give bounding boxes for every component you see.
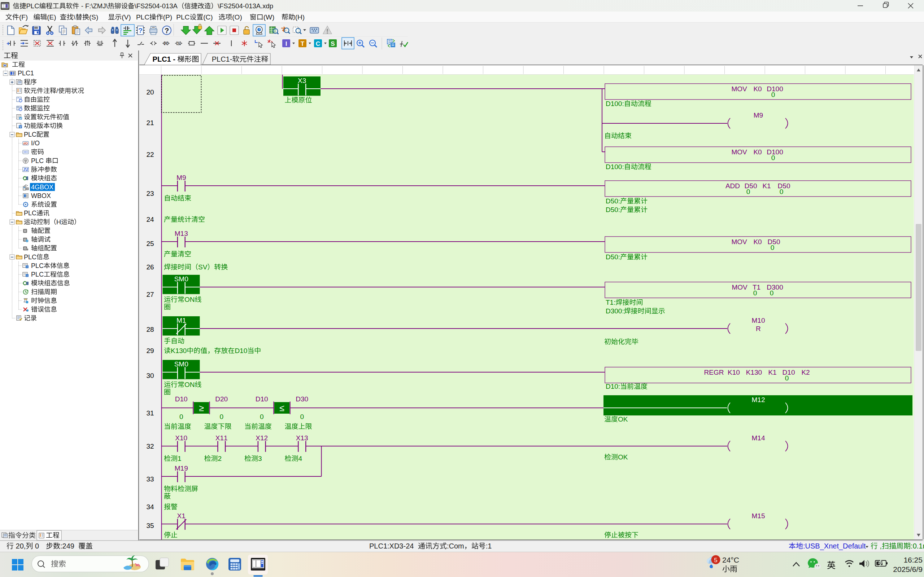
svg-text:D100:: D100:: [606, 100, 624, 108]
svg-text:5: 5: [714, 557, 717, 564]
svg-text:ON: ON: [184, 296, 195, 303]
svg-text:0: 0: [179, 413, 183, 421]
svg-text:C: C: [316, 40, 320, 47]
svg-text:ADD: ADD: [725, 182, 740, 190]
svg-text:PLC: PLC: [24, 210, 36, 217]
svg-text:34: 34: [146, 503, 154, 511]
svg-text:i: i: [27, 274, 27, 277]
svg-text::249: :249: [60, 542, 78, 550]
svg-text:M14: M14: [752, 434, 765, 442]
svg-text:PLC1 -: PLC1 -: [153, 55, 178, 63]
svg-text:R: R: [164, 41, 168, 46]
svg-text:0: 0: [746, 188, 750, 195]
svg-text:(S): (S): [89, 13, 98, 21]
svg-text:26: 26: [146, 263, 154, 271]
svg-text:0: 0: [780, 188, 783, 195]
svg-text:K1: K1: [762, 182, 771, 190]
svg-text:PLC: PLC: [31, 262, 44, 269]
svg-text:X3: X3: [298, 77, 306, 84]
svg-text:\FS2504-013A.xdp: \FS2504-013A.xdp: [218, 2, 273, 10]
svg-text:0: 0: [33, 542, 39, 550]
svg-text:D10: D10: [175, 395, 188, 403]
svg-text:D50:: D50:: [606, 206, 620, 213]
svg-text:D10: D10: [255, 395, 268, 403]
svg-text:(C): (C): [203, 13, 213, 21]
svg-text:K130: K130: [746, 369, 762, 376]
svg-text:,: ,: [878, 542, 882, 550]
svg-text:≤: ≤: [279, 403, 284, 413]
svg-text:22: 22: [146, 151, 154, 158]
svg-text:0: 0: [220, 413, 224, 421]
svg-text:WBOX: WBOX: [31, 192, 51, 200]
svg-text:(P): (P): [163, 13, 172, 21]
svg-text:K0: K0: [753, 148, 762, 156]
svg-text:PLC: PLC: [176, 13, 189, 21]
svg-text:?: ?: [138, 27, 142, 34]
svg-text:(F): (F): [19, 13, 28, 21]
svg-text:K0: K0: [753, 238, 762, 246]
svg-text:21: 21: [146, 119, 154, 127]
svg-text:1: 1: [178, 455, 181, 462]
svg-text:D10: D10: [234, 347, 247, 355]
svg-text::USB_Xnet_Default: :USB_Xnet_Default: [803, 542, 866, 550]
svg-text:D30: D30: [296, 395, 308, 403]
svg-text:M12: M12: [752, 396, 765, 403]
svg-text:OK: OK: [618, 416, 628, 423]
svg-text:0: 0: [785, 374, 789, 382]
svg-text:M10: M10: [752, 317, 765, 324]
svg-text:M19: M19: [175, 464, 188, 472]
svg-text:SV: SV: [198, 263, 208, 271]
svg-text:D20: D20: [215, 395, 228, 403]
svg-text:PLC1: PLC1: [18, 69, 34, 77]
svg-text:D300: D300: [767, 284, 783, 291]
svg-text:K130: K130: [171, 347, 187, 355]
svg-text:4: 4: [299, 455, 302, 462]
svg-text::0.1m: :0.1m: [911, 542, 924, 550]
svg-text:(E): (E): [47, 13, 56, 21]
svg-text:X12: X12: [255, 434, 268, 442]
svg-text:S: S: [331, 40, 334, 47]
svg-text:SM0: SM0: [174, 275, 188, 283]
svg-text:MOV: MOV: [731, 238, 747, 246]
svg-text:K1: K1: [768, 369, 776, 376]
svg-text:30: 30: [146, 372, 154, 379]
svg-text:V: V: [19, 125, 21, 128]
svg-text:PLC1-: PLC1-: [212, 55, 233, 63]
svg-text:R: R: [756, 325, 761, 332]
svg-text:0: 0: [260, 413, 264, 421]
svg-text:PLC: PLC: [24, 253, 36, 261]
svg-text:M15: M15: [752, 512, 765, 520]
svg-text:/: /: [56, 87, 58, 95]
svg-text:16:25: 16:25: [903, 556, 922, 564]
svg-text:PLC: PLC: [31, 271, 44, 278]
svg-text:SM0: SM0: [174, 360, 188, 368]
svg-text:M1: M1: [176, 317, 186, 324]
svg-text:M9: M9: [754, 111, 763, 119]
svg-text:MOV: MOV: [731, 148, 747, 156]
svg-text:2: 2: [218, 455, 222, 462]
svg-text:0: 0: [753, 289, 757, 297]
svg-text:0: 0: [771, 244, 775, 251]
svg-text:25: 25: [146, 240, 154, 247]
svg-text:\: \: [74, 13, 76, 21]
svg-text:MOV: MOV: [732, 284, 748, 291]
svg-text:(O): (O): [232, 13, 242, 21]
svg-text:K10: K10: [728, 369, 740, 376]
svg-text:D50:: D50:: [606, 253, 620, 261]
svg-text:PLC: PLC: [31, 157, 45, 164]
svg-text:PLC1:XD3-24: PLC1:XD3-24: [369, 542, 414, 550]
svg-text:3: 3: [258, 455, 262, 462]
svg-text:20: 20: [146, 89, 154, 96]
svg-text:i: i: [27, 265, 27, 268]
svg-text:X1: X1: [177, 512, 186, 520]
svg-text:D300:: D300:: [606, 307, 624, 315]
svg-text:T1:: T1:: [606, 298, 615, 306]
svg-text:PLC: PLC: [136, 13, 149, 21]
svg-text:20,: 20,: [14, 542, 26, 550]
svg-text:I/O: I/O: [31, 140, 40, 147]
svg-text:(H): (H): [295, 13, 305, 21]
svg-text:D50:: D50:: [606, 197, 620, 205]
svg-text:K2: K2: [801, 369, 809, 376]
svg-text::1: :1: [486, 542, 492, 550]
svg-text:X11: X11: [215, 434, 228, 442]
